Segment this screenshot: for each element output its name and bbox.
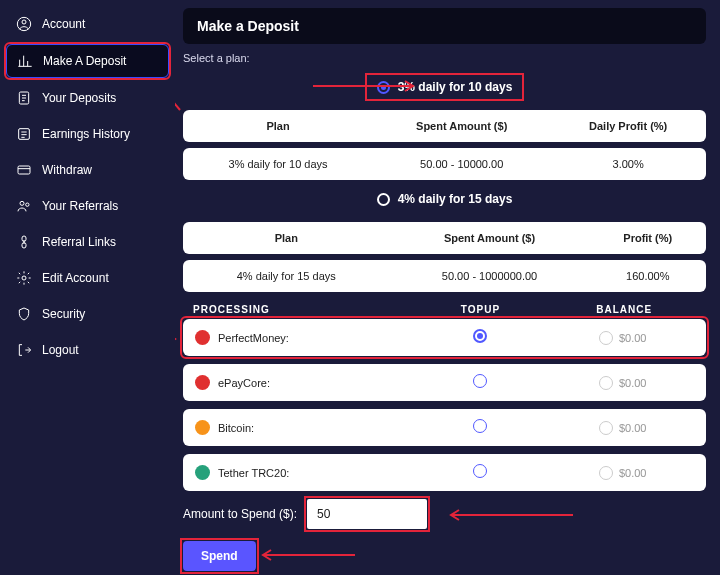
amount-row: Amount to Spend ($):: [183, 499, 706, 529]
proc-balance: $0.00: [619, 377, 647, 389]
proc-row-tether[interactable]: Tether TRC20: $0.00: [183, 454, 706, 491]
link-icon: [16, 234, 32, 250]
spend-button[interactable]: Spend: [183, 541, 256, 571]
th-spent: Spent Amount ($): [373, 110, 550, 142]
logout-icon: [16, 342, 32, 358]
amount-input[interactable]: [307, 499, 427, 529]
proc-row-perfectmoney[interactable]: PerfectMoney: $0.00: [183, 319, 706, 356]
radio-icon[interactable]: [473, 419, 487, 433]
svg-point-5: [20, 201, 24, 205]
plan-radio-2[interactable]: 4% daily for 15 days: [371, 190, 519, 208]
annotation-arrow: [255, 549, 355, 561]
th-profit: Profit (%): [590, 222, 707, 254]
sidebar-item-make-deposit[interactable]: Make A Deposit: [6, 44, 169, 78]
th-plan: Plan: [183, 222, 390, 254]
plan-radio-row-1: 3% daily for 10 days: [183, 74, 706, 104]
th-plan: Plan: [183, 110, 373, 142]
gear-icon: [16, 270, 32, 286]
radio-icon[interactable]: [473, 374, 487, 388]
sidebar-item-label: Edit Account: [42, 271, 109, 285]
annotation-arrow: [175, 333, 183, 345]
list-icon: [16, 126, 32, 142]
processing-rows: PerfectMoney: $0.00 ePayCore: $0.00 Bitc…: [183, 319, 706, 491]
table-header-row: Plan Spent Amount ($) Daily Profit (%): [183, 110, 706, 142]
sidebar-item-edit-account[interactable]: Edit Account: [6, 262, 169, 294]
main-content: Make a Deposit Select a plan: 3% daily f…: [175, 0, 720, 575]
sidebar-item-logout[interactable]: Logout: [6, 334, 169, 366]
radio-icon[interactable]: [599, 376, 613, 390]
radio-icon: [377, 193, 390, 206]
sidebar-item-label: Logout: [42, 343, 79, 357]
radio-icon[interactable]: [599, 466, 613, 480]
proc-name: Bitcoin:: [218, 422, 254, 434]
td-plan: 4% daily for 15 days: [183, 260, 390, 292]
sidebar: Account Make A Deposit Your Deposits Ear…: [0, 0, 175, 575]
sidebar-item-security[interactable]: Security: [6, 298, 169, 330]
plan-radio-label: 4% daily for 15 days: [398, 192, 513, 206]
amount-label: Amount to Spend ($):: [183, 507, 297, 521]
sidebar-item-label: Referral Links: [42, 235, 116, 249]
radio-icon[interactable]: [599, 421, 613, 435]
svg-point-6: [26, 203, 29, 206]
annotation-arrow: [443, 509, 573, 521]
document-icon: [16, 90, 32, 106]
sidebar-item-label: Your Referrals: [42, 199, 118, 213]
svg-point-1: [22, 20, 26, 24]
annotation-arrow: [313, 80, 423, 92]
svg-line-14: [175, 50, 180, 110]
sidebar-item-referral-links[interactable]: Referral Links: [6, 226, 169, 258]
tether-icon: [195, 465, 210, 480]
td-spent: 50.00 - 10000.00: [373, 148, 550, 180]
sidebar-item-your-deposits[interactable]: Your Deposits: [6, 82, 169, 114]
sidebar-item-account[interactable]: Account: [6, 8, 169, 40]
proc-balance: $0.00: [619, 422, 647, 434]
proc-name: Tether TRC20:: [218, 467, 289, 479]
sidebar-item-label: Make A Deposit: [43, 54, 126, 68]
annotation-arrow: [175, 45, 185, 115]
table-header-row: Plan Spent Amount ($) Profit (%): [183, 222, 706, 254]
sidebar-item-withdraw[interactable]: Withdraw: [6, 154, 169, 186]
proc-name: PerfectMoney:: [218, 332, 289, 344]
sidebar-item-label: Earnings History: [42, 127, 130, 141]
proc-balance: $0.00: [619, 467, 647, 479]
perfectmoney-icon: [195, 330, 210, 345]
sidebar-item-label: Security: [42, 307, 85, 321]
svg-rect-4: [18, 166, 30, 174]
table-row: 3% daily for 10 days 50.00 - 10000.00 3.…: [183, 148, 706, 180]
epaycore-icon: [195, 375, 210, 390]
table-row: 4% daily for 15 days 50.00 - 1000000.00 …: [183, 260, 706, 292]
plan-table-1: Plan Spent Amount ($) Daily Profit (%) 3…: [183, 104, 706, 186]
proc-header-balance: BALANCE: [552, 304, 696, 315]
shield-icon: [16, 306, 32, 322]
proc-balance: $0.00: [619, 332, 647, 344]
sidebar-item-label: Withdraw: [42, 163, 92, 177]
radio-icon[interactable]: [599, 331, 613, 345]
td-plan: 3% daily for 10 days: [183, 148, 373, 180]
users-icon: [16, 198, 32, 214]
bitcoin-icon: [195, 420, 210, 435]
sidebar-item-label: Your Deposits: [42, 91, 116, 105]
sidebar-item-earnings-history[interactable]: Earnings History: [6, 118, 169, 150]
processing-header: PROCESSING TOPUP BALANCE: [183, 298, 706, 319]
svg-point-9: [22, 276, 26, 280]
plan-radio-row-2: 4% daily for 15 days: [183, 186, 706, 216]
user-circle-icon: [16, 16, 32, 32]
proc-row-bitcoin[interactable]: Bitcoin: $0.00: [183, 409, 706, 446]
th-profit: Daily Profit (%): [550, 110, 706, 142]
proc-name: ePayCore:: [218, 377, 270, 389]
td-spent: 50.00 - 1000000.00: [390, 260, 590, 292]
sidebar-item-label: Account: [42, 17, 85, 31]
card-icon: [16, 162, 32, 178]
radio-icon[interactable]: [473, 464, 487, 478]
th-spent: Spent Amount ($): [390, 222, 590, 254]
proc-header-processing: PROCESSING: [193, 304, 409, 315]
page-subtitle: Select a plan:: [183, 52, 706, 64]
sidebar-item-your-referrals[interactable]: Your Referrals: [6, 190, 169, 222]
td-profit: 160.00%: [590, 260, 707, 292]
plan-table-2: Plan Spent Amount ($) Profit (%) 4% dail…: [183, 216, 706, 298]
radio-icon[interactable]: [473, 329, 487, 343]
proc-header-topup: TOPUP: [409, 304, 553, 315]
td-profit: 3.00%: [550, 148, 706, 180]
bar-chart-icon: [17, 53, 33, 69]
proc-row-epaycore[interactable]: ePayCore: $0.00: [183, 364, 706, 401]
